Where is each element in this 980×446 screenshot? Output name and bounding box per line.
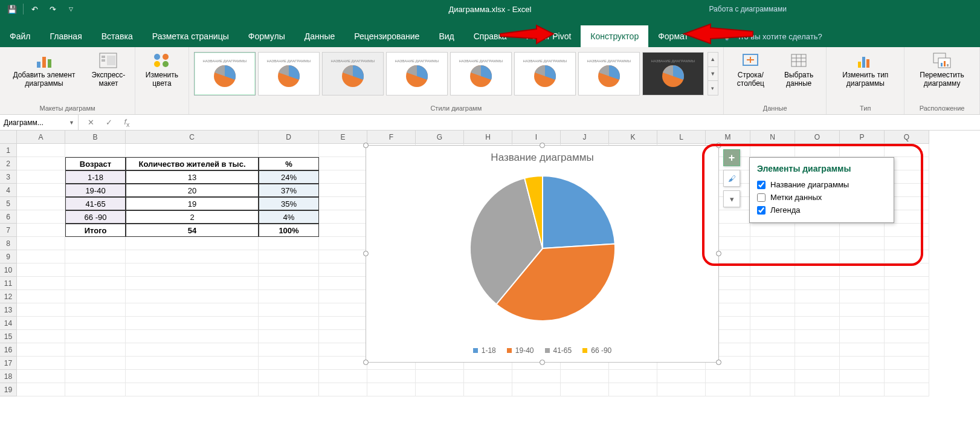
cell[interactable]	[885, 370, 929, 383]
cell[interactable]	[319, 277, 367, 290]
cell[interactable]: 41-65	[65, 197, 126, 210]
cell[interactable]	[17, 184, 65, 197]
column-header[interactable]: P	[840, 131, 885, 144]
chart-style-thumb[interactable]: НАЗВАНИЕ ДИАГРАММЫ	[322, 52, 384, 95]
cell[interactable]	[885, 303, 929, 317]
row-header[interactable]: 7	[0, 224, 17, 237]
cell[interactable]	[65, 290, 126, 303]
cell[interactable]	[319, 157, 367, 170]
select-data-button[interactable]: Выбрать данные	[776, 50, 822, 89]
cell[interactable]	[795, 370, 840, 383]
cell[interactable]	[885, 277, 929, 290]
cell[interactable]: 24%	[259, 170, 319, 184]
cell[interactable]	[367, 383, 416, 396]
cell[interactable]	[17, 237, 65, 250]
chart-style-thumb[interactable]: НАЗВАНИЕ ДИАГРАММЫ	[386, 52, 448, 95]
row-header[interactable]: 16	[0, 343, 17, 357]
chart-handle[interactable]	[363, 251, 369, 256]
cell[interactable]	[259, 144, 319, 157]
cell[interactable]	[840, 370, 885, 383]
column-header[interactable]: C	[126, 131, 259, 144]
cell[interactable]	[65, 263, 126, 277]
cell[interactable]	[657, 383, 706, 396]
cell[interactable]	[17, 263, 65, 277]
column-header[interactable]: D	[259, 131, 319, 144]
qat-customize-icon[interactable]: ▽	[62, 1, 79, 17]
cell[interactable]	[319, 317, 367, 330]
cell[interactable]	[657, 370, 706, 383]
cell[interactable]	[561, 370, 609, 383]
add-chart-element-button[interactable]: Добавить элемент диаграммы	[5, 50, 83, 89]
pie-slice[interactable]	[543, 176, 615, 248]
save-icon[interactable]: 💾	[4, 1, 21, 17]
chart-handle[interactable]	[363, 143, 369, 148]
cell[interactable]	[885, 343, 929, 357]
cell[interactable]	[259, 277, 319, 290]
column-header[interactable]: O	[795, 131, 840, 144]
cell[interactable]	[795, 343, 840, 357]
cell[interactable]	[512, 383, 561, 396]
cell[interactable]	[367, 370, 416, 383]
cell[interactable]	[750, 370, 795, 383]
cell[interactable]	[319, 370, 367, 383]
legend-item[interactable]: 1-18	[473, 346, 496, 355]
select-all-corner[interactable]	[0, 131, 17, 144]
cell[interactable]	[65, 237, 126, 250]
cell[interactable]	[126, 343, 259, 357]
cell[interactable]	[561, 383, 609, 396]
cell[interactable]: 2	[126, 210, 259, 224]
cell[interactable]	[17, 157, 65, 170]
cell[interactable]	[319, 290, 367, 303]
cell[interactable]	[885, 317, 929, 330]
chart-style-thumb[interactable]: НАЗВАНИЕ ДИАГРАММЫ	[258, 52, 320, 95]
cell[interactable]	[840, 343, 885, 357]
cell[interactable]	[126, 250, 259, 263]
row-header[interactable]: 3	[0, 170, 17, 184]
cell[interactable]	[17, 277, 65, 290]
chart-legend[interactable]: 1-1819-4041-6566 -90	[366, 346, 718, 355]
cancel-formula-icon[interactable]: ✕	[85, 118, 97, 127]
cell[interactable]	[319, 303, 367, 317]
chart-style-thumb[interactable]: НАЗВАНИЕ ДИАГРАММЫ	[642, 52, 704, 95]
row-header[interactable]: 11	[0, 277, 17, 290]
cell[interactable]	[840, 290, 885, 303]
cell[interactable]	[259, 370, 319, 383]
cell[interactable]	[259, 250, 319, 263]
gallery-down-icon[interactable]: ▼	[708, 67, 718, 82]
legend-item[interactable]: 19-40	[507, 346, 534, 355]
cell[interactable]	[416, 370, 464, 383]
cell[interactable]	[259, 343, 319, 357]
cell[interactable]	[126, 303, 259, 317]
cell[interactable]	[126, 370, 259, 383]
cell[interactable]	[65, 317, 126, 330]
cell[interactable]: 20	[126, 184, 259, 197]
cell[interactable]	[750, 383, 795, 396]
cell[interactable]	[319, 357, 367, 370]
cell[interactable]	[795, 290, 840, 303]
pie-chart-plot[interactable]	[464, 170, 621, 327]
column-header[interactable]: F	[367, 131, 416, 144]
cell[interactable]	[750, 357, 795, 370]
chart-styles-gallery[interactable]: НАЗВАНИЕ ДИАГРАММЫНАЗВАНИЕ ДИАГРАММЫНАЗВ…	[194, 50, 704, 95]
chart-handle[interactable]	[716, 360, 721, 365]
cell[interactable]	[17, 370, 65, 383]
gallery-nav[interactable]: ▲ ▼ ▾	[708, 52, 718, 95]
row-header[interactable]: 18	[0, 370, 17, 383]
row-header[interactable]: 19	[0, 383, 17, 396]
cell[interactable]	[795, 357, 840, 370]
tab-home[interactable]: Главная	[40, 25, 91, 47]
quick-layout-button[interactable]: Экспресс-макет	[87, 50, 130, 89]
chart-style-thumb[interactable]: НАЗВАНИЕ ДИАГРАММЫ	[194, 52, 256, 95]
cell[interactable]	[126, 277, 259, 290]
row-header[interactable]: 2	[0, 157, 17, 170]
cell[interactable]	[17, 224, 65, 237]
cell[interactable]	[126, 357, 259, 370]
row-header[interactable]: 14	[0, 317, 17, 330]
cell[interactable]	[17, 290, 65, 303]
change-colors-button[interactable]: Изменить цвета	[140, 50, 184, 89]
cell[interactable]	[65, 250, 126, 263]
row-header[interactable]: 10	[0, 263, 17, 277]
cell[interactable]	[795, 317, 840, 330]
cell[interactable]	[17, 330, 65, 343]
tab-design[interactable]: Конструктор	[581, 25, 648, 47]
